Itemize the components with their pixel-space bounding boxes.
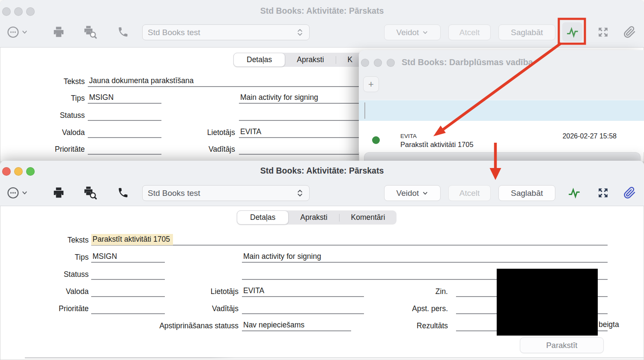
lietotajs-field[interactable]: EVITA — [239, 126, 361, 138]
zin-label: Zin. — [364, 286, 448, 297]
close-button[interactable] — [361, 59, 369, 67]
chevron-down-icon — [21, 29, 28, 36]
workflow-window: Std Books: Darbplūsmas vadība + EVITA Pa… — [359, 50, 644, 162]
paperclip-icon — [623, 26, 636, 39]
pulse-icon — [568, 186, 581, 199]
lietotajs-label: Lietotājs — [146, 286, 239, 297]
record-selector-dropdown[interactable]: Std Books test — [142, 24, 310, 40]
front-window: Std Books: Aktivitāte: Pārskats Std Book… — [0, 161, 644, 360]
phone-icon — [117, 27, 129, 38]
ellipsis-circle-icon — [7, 26, 19, 39]
column-divider — [364, 102, 365, 119]
phone-button[interactable] — [117, 187, 129, 199]
zoom-button[interactable] — [387, 59, 395, 67]
cancel-button[interactable]: Atcelt — [448, 24, 491, 40]
print-preview-button[interactable] — [83, 186, 97, 200]
window-title: Std Books: Aktivitāte: Pārskats — [0, 6, 644, 16]
apst-pers-label: Apst. pers. — [364, 303, 448, 314]
valoda-label: Valoda — [9, 286, 89, 297]
vaditajs-field[interactable] — [239, 143, 361, 155]
toolbar: Std Books test Veidot Atcelt Saglabāt — [0, 180, 644, 206]
tab-apraksti[interactable]: Apraksti — [285, 53, 335, 67]
record-selector-value: Std Books test — [148, 28, 200, 37]
lietotajs-field[interactable]: EVITA — [242, 285, 364, 297]
redaction-box — [497, 269, 598, 336]
tab-bar: Detaļas Apraksti K — [233, 53, 364, 67]
workflow-button[interactable] — [566, 26, 579, 39]
expand-button[interactable] — [597, 187, 609, 199]
print-button[interactable] — [52, 186, 65, 199]
workflow-header-band — [359, 100, 644, 121]
teksts-label: Teksts — [9, 234, 89, 246]
tab-detalas[interactable]: Detaļas — [237, 210, 289, 225]
tab-detalas[interactable]: Detaļas — [233, 53, 285, 67]
tips-label: Tips — [9, 252, 89, 263]
pulse-icon — [566, 26, 579, 39]
tips-label: Tips — [4, 93, 85, 104]
minimize-button[interactable] — [374, 59, 382, 67]
phone-icon — [117, 187, 129, 199]
expand-icon — [597, 187, 609, 199]
print-icon — [52, 26, 65, 39]
print-preview-icon — [83, 186, 97, 200]
vaditajs-label: Vadītājs — [142, 144, 235, 155]
toolbar: Std Books test Veidot Atcelt Saglabāt — [0, 19, 644, 45]
entry-user: EVITA — [400, 133, 417, 139]
lietotajs-label: Lietotājs — [142, 127, 235, 138]
rezultats-label: Rezultāts — [364, 320, 448, 331]
sign-button[interactable]: Parakstīt — [520, 337, 604, 353]
statuss-field[interactable] — [91, 268, 165, 280]
add-button[interactable]: + — [363, 76, 379, 92]
apstiprinasanas-statuss-label: Apstiprināšanas statuss — [107, 320, 239, 331]
status-dot — [372, 136, 380, 144]
print-button[interactable] — [52, 26, 65, 39]
save-button[interactable]: Saglabāt — [498, 24, 555, 40]
chevron-down-icon — [422, 190, 428, 196]
window-controls — [361, 59, 395, 67]
attachments-button[interactable] — [623, 187, 636, 199]
tips-description-field[interactable]: Main activity for signing — [242, 251, 608, 263]
entry-timestamp: 2026-02-27 15:58 — [563, 132, 617, 140]
more-options-button[interactable] — [7, 187, 28, 199]
cancel-button[interactable]: Atcelt — [448, 185, 491, 201]
phone-button[interactable] — [117, 27, 129, 38]
print-icon — [52, 186, 65, 199]
statuss-label: Statuss — [4, 110, 85, 121]
updown-chevrons-icon — [296, 28, 304, 37]
vaditajs-label: Vadītājs — [146, 303, 239, 314]
ellipsis-circle-icon — [7, 187, 19, 199]
statuss-label: Statuss — [9, 269, 89, 280]
tab-bar: Detaļas Apraksti Komentāri — [237, 210, 397, 225]
chevron-down-icon — [21, 190, 28, 196]
tab-apraksti[interactable]: Apraksti — [289, 210, 339, 225]
updown-chevrons-icon — [296, 189, 304, 198]
vaditajs-field[interactable] — [242, 303, 364, 314]
expand-icon — [597, 26, 609, 39]
tips-field[interactable]: MSIGN — [91, 251, 165, 263]
workflow-entry-row[interactable]: EVITA Parakstīt aktivitāti 1705 2026-02-… — [359, 121, 644, 152]
teksts-label: Teksts — [4, 76, 85, 87]
tips-field[interactable]: MSIGN — [88, 92, 161, 104]
attachments-button[interactable] — [623, 26, 636, 39]
window-title: Std Books: Darbplūsmas vadība — [402, 57, 533, 67]
record-selector-dropdown[interactable]: Std Books test — [142, 185, 310, 201]
workflow-button[interactable] — [568, 186, 581, 199]
tab-komentari[interactable]: Komentāri — [340, 210, 397, 225]
print-preview-icon — [83, 25, 97, 39]
entry-subject: Parakstīt aktivitāti 1705 — [400, 141, 474, 149]
statuss-field[interactable] — [88, 109, 161, 121]
prioritate-label: Prioritāte — [9, 303, 89, 314]
chevron-down-icon — [422, 30, 428, 36]
save-button[interactable]: Saglabāt — [498, 185, 555, 201]
expand-button[interactable] — [597, 26, 609, 39]
teksts-field[interactable]: Parakstīt aktivitāti 1705 — [91, 234, 608, 246]
apstiprinasanas-statuss-field[interactable]: Nav nepieciešams — [242, 320, 351, 331]
record-selector-value: Std Books test — [148, 189, 200, 198]
create-button[interactable]: Veidot — [384, 185, 441, 201]
highlighted-value: Parakstīt aktivitāti 1705 — [91, 234, 173, 245]
create-button[interactable]: Veidot — [384, 24, 441, 40]
print-preview-button[interactable] — [83, 25, 97, 39]
prioritate-label: Prioritāte — [4, 144, 85, 155]
more-options-button[interactable] — [7, 26, 28, 39]
partial-checkbox-label: beigta — [599, 320, 619, 329]
